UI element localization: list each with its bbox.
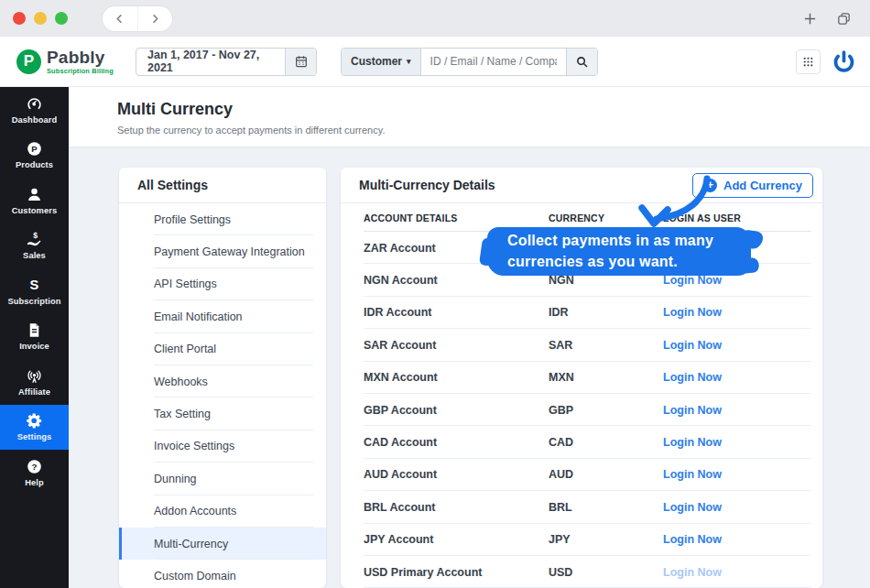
settings-nav-item-dunning[interactable]: Dunning bbox=[119, 463, 326, 495]
settings-nav-item-custom-domain[interactable]: Custom Domain bbox=[119, 560, 326, 588]
table-row-mxn-account: MXN Account MXN Login Now bbox=[341, 362, 822, 394]
header-actions bbox=[796, 48, 859, 75]
forward-button[interactable] bbox=[137, 6, 173, 31]
login-now-link[interactable]: Login Now bbox=[663, 436, 822, 449]
sidebar-item-dashboard[interactable]: Dashboard bbox=[0, 87, 69, 133]
sidebar-item-label: Settings bbox=[17, 432, 51, 441]
sidebar-item-subscription[interactable]: S Subscription bbox=[0, 268, 69, 314]
account-name: MXN Account bbox=[364, 371, 549, 384]
login-now-link[interactable]: Login Now bbox=[663, 306, 822, 319]
login-now-link[interactable]: Login Now bbox=[663, 533, 822, 546]
sidebar-item-label: Subscription bbox=[7, 297, 60, 306]
customers-icon bbox=[26, 186, 43, 203]
products-icon: P bbox=[26, 140, 43, 158]
all-settings-title: All Settings bbox=[137, 178, 208, 192]
sidebar-item-settings[interactable]: Settings bbox=[0, 405, 69, 451]
all-settings-header: All Settings bbox=[119, 168, 326, 203]
settings-nav-item-label: API Settings bbox=[154, 278, 217, 290]
sidebar-item-label: Help bbox=[25, 478, 44, 487]
currency-code: USD bbox=[549, 566, 663, 579]
calendar-button[interactable] bbox=[285, 49, 316, 75]
settings-nav-item-label: Invoice Settings bbox=[154, 440, 234, 452]
settings-nav-item-label: Addon Accounts bbox=[154, 505, 236, 517]
add-currency-button[interactable]: + Add Currency bbox=[692, 173, 813, 198]
plus-circle-icon: + bbox=[703, 179, 717, 192]
settings-nav-item-label: Payment Gateway Integration bbox=[154, 245, 305, 258]
customer-search: Customer ▾ bbox=[341, 48, 598, 76]
pabbly-logo-icon: P bbox=[16, 49, 41, 74]
account-name: USD Primary Account bbox=[364, 566, 549, 579]
table-row-sar-account: SAR Account SAR Login Now bbox=[341, 329, 822, 361]
login-now-link[interactable]: Login Now bbox=[663, 339, 822, 352]
column-currency: CURRENCY bbox=[549, 212, 663, 223]
table-row-usd-primary-account: USD Primary Account USD Login Now bbox=[341, 556, 822, 588]
apps-grid-button[interactable] bbox=[796, 49, 821, 74]
currency-code: GBP bbox=[549, 404, 663, 417]
promo-callout: Collect payments in as many currencies a… bbox=[487, 227, 751, 276]
login-now-link[interactable]: Login Now bbox=[663, 468, 822, 481]
details-header: Multi-Currency Details + Add Currency bbox=[341, 168, 822, 203]
search-filter-dropdown[interactable]: Customer ▾ bbox=[342, 49, 421, 75]
sidebar-item-help[interactable]: ? Help bbox=[0, 450, 69, 495]
search-filter-label: Customer bbox=[351, 55, 402, 68]
all-settings-panel: All Settings Profile Settings Payment Ga… bbox=[119, 168, 326, 588]
sidebar-item-label: Sales bbox=[23, 251, 46, 260]
settings-nav-item-addon-accounts[interactable]: Addon Accounts bbox=[119, 495, 326, 528]
chevron-down-icon: ▾ bbox=[407, 57, 411, 66]
settings-nav-item-invoice-settings[interactable]: Invoice Settings bbox=[119, 430, 326, 463]
sidebar-item-customers[interactable]: Customers bbox=[0, 178, 69, 223]
date-range-picker[interactable]: Jan 1, 2017 - Nov 27, 2021 bbox=[136, 48, 317, 76]
svg-text:P: P bbox=[31, 144, 38, 154]
sidebar-item-products[interactable]: P Products bbox=[0, 133, 69, 179]
calendar-icon bbox=[294, 54, 309, 69]
date-range-value[interactable]: Jan 1, 2017 - Nov 27, 2021 bbox=[136, 49, 285, 75]
sidebar-item-invoice[interactable]: Invoice bbox=[0, 314, 69, 360]
settings-list: Profile Settings Payment Gateway Integra… bbox=[119, 203, 326, 588]
subscription-icon: S bbox=[26, 277, 43, 294]
search-input[interactable] bbox=[421, 49, 566, 75]
settings-nav-item-multi-currency[interactable]: Multi-Currency bbox=[119, 528, 326, 560]
sidebar-item-label: Affiliate bbox=[18, 387, 50, 397]
close-window-icon[interactable] bbox=[13, 12, 26, 25]
currency-code: NGN bbox=[549, 274, 663, 287]
currency-code: IDR bbox=[549, 306, 663, 319]
login-now-link[interactable]: Login Now bbox=[663, 371, 822, 384]
search-button[interactable] bbox=[566, 49, 597, 75]
login-now-link[interactable]: Login Now bbox=[663, 404, 822, 417]
currency-code: CAD bbox=[549, 436, 663, 449]
settings-nav-item-payment-gateway-integration[interactable]: Payment Gateway Integration bbox=[119, 235, 326, 267]
sales-icon: $ bbox=[26, 231, 43, 248]
settings-nav-item-label: Custom Domain bbox=[154, 570, 236, 583]
login-now-link[interactable]: Login Now bbox=[663, 566, 822, 579]
settings-nav-item-api-settings[interactable]: API Settings bbox=[119, 268, 326, 300]
table-row-cad-account: CAD Account CAD Login Now bbox=[341, 426, 822, 458]
apps-grid-icon bbox=[802, 56, 814, 68]
currency-code: SAR bbox=[549, 339, 663, 352]
tabs-overview-icon[interactable] bbox=[836, 11, 852, 27]
callout-line-1: Collect payments in as many bbox=[507, 231, 751, 252]
account-name: BRL Account bbox=[364, 501, 549, 514]
browser-nav bbox=[103, 6, 172, 31]
sidebar-item-sales[interactable]: $ Sales bbox=[0, 223, 69, 269]
sidebar-item-label: Invoice bbox=[19, 342, 49, 351]
multi-currency-details-panel: Multi-Currency Details + Add Currency AC… bbox=[341, 168, 822, 588]
login-now-link[interactable]: Login Now bbox=[663, 501, 822, 514]
settings-nav-item-profile-settings[interactable]: Profile Settings bbox=[119, 203, 326, 235]
settings-nav-item-email-notification[interactable]: Email Notification bbox=[119, 300, 326, 332]
page-title: Multi Currency bbox=[117, 100, 870, 119]
maximize-window-icon[interactable] bbox=[55, 12, 68, 25]
settings-nav-item-tax-setting[interactable]: Tax Setting bbox=[119, 397, 326, 430]
back-button[interactable] bbox=[103, 6, 137, 31]
login-now-link[interactable]: Login Now bbox=[663, 274, 822, 287]
minimize-window-icon[interactable] bbox=[34, 12, 47, 25]
settings-nav-item-webhooks[interactable]: Webhooks bbox=[119, 365, 326, 397]
browser-actions bbox=[802, 11, 857, 27]
settings-nav-item-client-portal[interactable]: Client Portal bbox=[119, 333, 326, 365]
account-name: IDR Account bbox=[364, 306, 549, 319]
browser-chrome bbox=[0, 0, 870, 37]
new-tab-icon[interactable] bbox=[802, 11, 818, 27]
logout-button[interactable] bbox=[830, 48, 857, 75]
brand-name: Pabbly bbox=[47, 49, 114, 66]
svg-text:S: S bbox=[30, 278, 39, 292]
sidebar-item-affiliate[interactable]: Affiliate bbox=[0, 359, 69, 405]
